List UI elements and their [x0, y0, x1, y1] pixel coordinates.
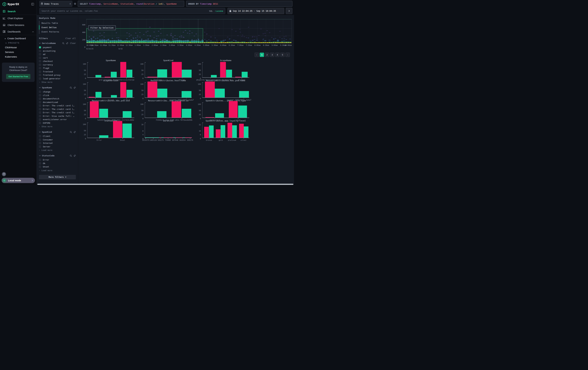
bar[interactable] [239, 124, 244, 138]
gear-icon[interactable]: ⚙ [72, 2, 78, 5]
chevron-down-icon[interactable] [39, 43, 41, 44]
checkbox[interactable] [39, 64, 41, 66]
filter-option[interactable]: documentLoad [39, 100, 76, 104]
analysis-mode-item[interactable]: Event Deltas [39, 25, 76, 30]
bar[interactable] [216, 129, 220, 138]
bar[interactable] [147, 81, 157, 98]
search-icon[interactable] [70, 155, 72, 157]
bar[interactable] [147, 137, 150, 138]
bar[interactable] [95, 75, 101, 77]
bar[interactable] [90, 101, 99, 118]
sidebar-item-client-sessions[interactable]: Client Sessions [0, 21, 37, 28]
bar[interactable] [111, 95, 117, 98]
filter-option[interactable]: flagd [39, 66, 76, 70]
bar[interactable] [172, 62, 182, 77]
checkbox[interactable] [39, 78, 41, 80]
collapse-sidebar-icon[interactable] [31, 3, 34, 6]
pagination-page-button[interactable]: 5 [280, 53, 285, 57]
bar[interactable] [220, 125, 225, 138]
checkbox[interactable] [39, 46, 41, 49]
bar[interactable] [204, 127, 209, 138]
filter-option[interactable]: change [39, 90, 76, 94]
create-dashboard-button[interactable]: + Create Dashboard [0, 36, 37, 41]
bar[interactable] [226, 70, 232, 77]
search-input[interactable] [42, 10, 209, 12]
checkbox[interactable] [39, 101, 41, 103]
bar[interactable] [173, 137, 176, 138]
search-icon[interactable] [70, 131, 72, 133]
selection-box[interactable] [86, 28, 203, 41]
pagination-page-button[interactable]: 2 [265, 53, 269, 57]
bar[interactable] [182, 70, 192, 77]
checkbox[interactable] [39, 115, 41, 117]
filter-group-name[interactable]: StatusCode [42, 154, 68, 157]
bar[interactable] [232, 125, 237, 138]
lucene-mode-button[interactable]: Lucene [216, 10, 223, 12]
checkbox[interactable] [39, 142, 41, 144]
filter-option[interactable]: Unset [39, 165, 76, 169]
filter-option[interactable]: Consumer [39, 138, 76, 141]
bar[interactable] [182, 91, 191, 98]
bar[interactable] [157, 69, 167, 77]
bar[interactable] [187, 137, 190, 138]
checkbox[interactable] [39, 146, 41, 148]
chevron-down-icon[interactable] [39, 87, 41, 88]
bar[interactable] [205, 81, 215, 98]
filter-option[interactable]: Internal [39, 141, 76, 145]
filter-option[interactable]: Client [39, 134, 76, 138]
filter-option[interactable]: currency [39, 63, 76, 67]
bar[interactable] [120, 82, 126, 98]
filter-option[interactable]: click [39, 94, 76, 97]
filter-option[interactable]: Server [39, 145, 76, 149]
bar[interactable] [180, 137, 183, 138]
bar[interactable] [126, 70, 133, 77]
bar[interactable] [157, 137, 159, 138]
filter-option[interactable]: frontend [39, 70, 76, 73]
presets-toggle[interactable]: PRESETS [0, 41, 37, 45]
chevron-down-icon[interactable] [39, 155, 41, 156]
bar[interactable] [211, 75, 217, 77]
sidebar-item-dashboards[interactable]: Dashboards [0, 28, 37, 35]
bar[interactable] [150, 137, 152, 138]
sql-mode-button[interactable]: SQL [209, 10, 213, 12]
search-icon[interactable] [70, 87, 72, 89]
filter-option[interactable]: Error [39, 158, 76, 162]
filter-option[interactable]: Error: The credit card (… [39, 104, 76, 108]
filter-option[interactable]: frontend-proxy [39, 73, 76, 77]
analysis-mode-item[interactable]: Results Table [39, 21, 76, 25]
pagination-prev-button[interactable]: ‹ [254, 53, 259, 57]
bar[interactable] [161, 137, 164, 138]
time-range-picker[interactable]: Sep 14 22:04:35 - Sep 15 10:04:35 [228, 8, 284, 14]
run-query-button[interactable] [286, 8, 292, 14]
sidebar-item-kubernetes[interactable]: Kubernetes [0, 54, 37, 59]
chevron-down-icon[interactable] [39, 131, 41, 132]
clear-filter-button[interactable]: Clear [70, 42, 76, 44]
checkbox[interactable] [39, 166, 41, 168]
load-more-button[interactable]: ›Load more [39, 169, 76, 172]
filter-option[interactable]: ad [39, 53, 76, 56]
bar[interactable] [145, 137, 147, 138]
bar[interactable] [113, 121, 122, 138]
sidebar-item-services[interactable]: Services [0, 50, 37, 54]
checkbox[interactable] [39, 122, 41, 124]
pin-icon[interactable] [74, 87, 76, 89]
filter-by-selection-button[interactable]: Filter by Selection [88, 25, 116, 30]
pin-icon[interactable] [74, 155, 76, 157]
bar[interactable] [157, 111, 167, 118]
bar[interactable] [89, 97, 95, 98]
filter-option[interactable]: Error: The credit card (… [39, 111, 76, 114]
pin-icon[interactable] [66, 42, 68, 44]
sidebar-item-search[interactable]: Search [0, 8, 37, 15]
bar[interactable] [159, 137, 161, 138]
checkbox[interactable] [39, 108, 41, 110]
bar[interactable] [99, 109, 108, 118]
bar[interactable] [123, 111, 132, 118]
bar[interactable] [215, 113, 224, 118]
bar[interactable] [178, 137, 180, 138]
filter-option[interactable]: Ok [39, 162, 76, 165]
pagination-page-button[interactable]: 1 [260, 53, 264, 57]
load-more-button[interactable]: ›Show more [39, 125, 76, 128]
bar[interactable] [154, 137, 157, 138]
bar[interactable] [205, 117, 214, 118]
pagination-page-button[interactable]: 3 [270, 53, 274, 57]
